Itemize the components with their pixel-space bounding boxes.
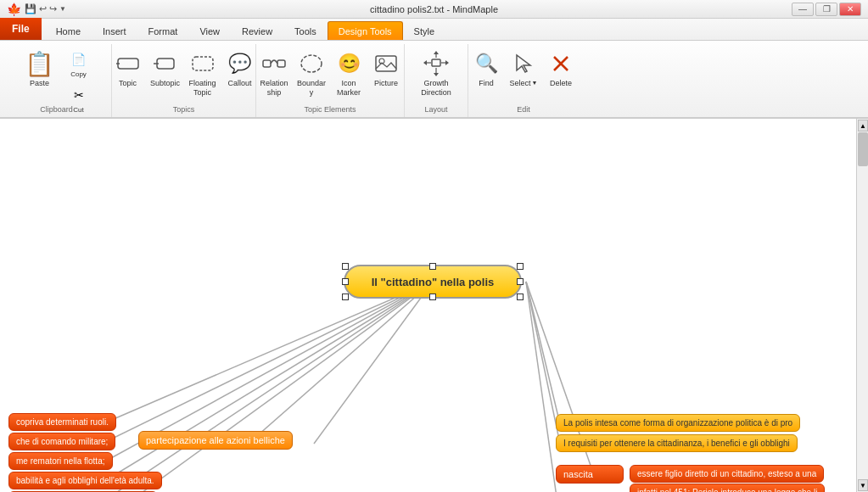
save-quick-icon[interactable]: 💾 bbox=[25, 3, 36, 14]
paste-button[interactable]: 📋 Paste bbox=[19, 48, 61, 98]
copy-button[interactable]: 📄 Copy bbox=[63, 48, 95, 81]
window-controls: — ❐ ✕ bbox=[792, 3, 861, 16]
edit-group-label: Edit bbox=[468, 105, 579, 114]
mid-left-node-1[interactable]: partecipazione alle azioni belliche bbox=[138, 431, 293, 450]
callout-button[interactable]: 💬 Callout bbox=[222, 48, 258, 98]
picture-button[interactable]: Picture bbox=[368, 48, 404, 98]
callout-label: Callout bbox=[227, 79, 251, 88]
mindmap-canvas[interactable]: Il "cittadino" nella polis copriva deter… bbox=[0, 119, 868, 492]
resize-handle-ml[interactable] bbox=[342, 278, 349, 285]
floating-topic-icon bbox=[189, 50, 216, 77]
right-node-4[interactable]: infatti nel 451: Pericle introduce una l… bbox=[630, 484, 825, 492]
ribbon-group-edit: 🔍 Find Select▼ Delete Edit bbox=[468, 44, 579, 117]
resize-handle-mr[interactable] bbox=[517, 278, 524, 285]
svg-point-7 bbox=[301, 55, 322, 72]
scrollbar-up-arrow[interactable]: ▲ bbox=[858, 120, 868, 131]
growth-direction-icon bbox=[423, 50, 450, 77]
central-node-text: Il "cittadino" nella polis bbox=[372, 276, 495, 288]
left-node-3[interactable]: me rematori nella flotta; bbox=[8, 452, 113, 470]
subtopic-button[interactable]: Subtopic bbox=[148, 48, 183, 98]
right-node-2[interactable]: I requisiti per ottenere la cittadinanza… bbox=[556, 434, 798, 452]
mid-left-node-1-text: partecipazione alle azioni belliche bbox=[146, 435, 285, 445]
tab-view[interactable]: View bbox=[188, 21, 231, 40]
ribbon-tabs: File Home Insert Format View Review Tool… bbox=[0, 19, 868, 41]
maximize-button[interactable]: ❐ bbox=[815, 3, 837, 16]
tab-home[interactable]: Home bbox=[45, 21, 92, 40]
minimize-button[interactable]: — bbox=[792, 3, 814, 16]
tab-style[interactable]: Style bbox=[403, 21, 445, 40]
resize-handle-tm[interactable] bbox=[429, 263, 436, 270]
paste-icon: 📋 bbox=[26, 50, 53, 77]
svg-marker-18 bbox=[445, 60, 449, 65]
svg-rect-0 bbox=[118, 59, 138, 69]
find-label: Find bbox=[479, 79, 494, 88]
resize-handle-br[interactable] bbox=[517, 294, 524, 300]
left-node-1-text: copriva determinati ruoli. bbox=[16, 417, 109, 427]
find-button[interactable]: 🔍 Find bbox=[468, 48, 504, 98]
svg-marker-14 bbox=[434, 73, 439, 76]
scrollbar-down-arrow[interactable]: ▼ bbox=[858, 479, 868, 491]
growth-direction-button[interactable]: Growth Direction bbox=[411, 48, 462, 100]
undo-quick-icon[interactable]: ↩ bbox=[39, 3, 47, 14]
tab-tools[interactable]: Tools bbox=[283, 21, 328, 40]
close-button[interactable]: ✕ bbox=[839, 3, 861, 16]
clipboard-group-label: Clipboard bbox=[2, 105, 111, 114]
tab-format[interactable]: Format bbox=[137, 21, 189, 40]
right-node-2-text: I requisiti per ottenere la cittadinanza… bbox=[563, 439, 790, 448]
right-node-nascita[interactable]: nascita bbox=[556, 465, 624, 484]
resize-handle-tr[interactable] bbox=[517, 263, 524, 270]
svg-marker-12 bbox=[434, 51, 439, 54]
right-node-3[interactable]: essere figlio diretto di un cittadino, e… bbox=[630, 465, 824, 483]
delete-icon bbox=[547, 50, 574, 77]
subtopic-icon bbox=[152, 50, 179, 77]
scrollbar-thumb[interactable] bbox=[858, 132, 868, 166]
canvas-area[interactable]: Il "cittadino" nella polis copriva deter… bbox=[0, 119, 868, 492]
resize-handle-bl[interactable] bbox=[342, 294, 349, 300]
left-node-4[interactable]: babilità e agli obblighi dell'età adulta… bbox=[8, 472, 162, 489]
picture-label: Picture bbox=[374, 79, 398, 88]
redo-quick-icon[interactable]: ↪ bbox=[49, 3, 57, 14]
icon-marker-button[interactable]: 😊 Icon Marker bbox=[331, 48, 367, 100]
floating-topic-button[interactable]: Floating Topic bbox=[185, 48, 221, 100]
svg-rect-8 bbox=[376, 56, 396, 71]
central-node[interactable]: Il "cittadino" nella polis bbox=[344, 265, 522, 299]
tab-design-tools[interactable]: Design Tools bbox=[328, 21, 403, 40]
tab-insert[interactable]: Insert bbox=[92, 21, 137, 40]
ribbon-group-layout: Growth Direction Layout bbox=[405, 44, 468, 117]
resize-handle-tl[interactable] bbox=[342, 263, 349, 270]
svg-rect-6 bbox=[277, 60, 285, 67]
delete-button[interactable]: Delete bbox=[543, 48, 579, 98]
boundary-button[interactable]: Boundary bbox=[294, 48, 329, 100]
left-node-2[interactable]: che di comando militare; bbox=[8, 433, 115, 450]
select-button[interactable]: Select▼ bbox=[506, 48, 541, 98]
boundary-icon bbox=[298, 50, 325, 77]
copy-icon: 📄 bbox=[70, 50, 88, 69]
svg-rect-5 bbox=[263, 60, 271, 67]
relationship-label: Relationship bbox=[259, 79, 289, 98]
resize-handle-bm[interactable] bbox=[429, 294, 436, 300]
left-node-1[interactable]: copriva determinati ruoli. bbox=[8, 413, 116, 431]
relationship-icon bbox=[260, 50, 288, 77]
subtopic-label: Subtopic bbox=[150, 79, 180, 88]
topic-button[interactable]: Topic bbox=[110, 48, 146, 98]
svg-rect-2 bbox=[157, 59, 174, 69]
tab-file[interactable]: File bbox=[0, 18, 42, 40]
tab-review[interactable]: Review bbox=[231, 21, 283, 40]
find-icon: 🔍 bbox=[473, 50, 500, 77]
ribbon-group-clipboard: 📋 Paste 📄 Copy ✂ Cut 🖌 FormatPainter Cli… bbox=[2, 44, 112, 117]
svg-line-21 bbox=[314, 282, 433, 444]
left-node-2-text: che di comando militare; bbox=[16, 437, 108, 446]
right-node-1[interactable]: La polis intesa come forma di organizzaz… bbox=[556, 414, 800, 432]
vertical-scrollbar[interactable]: ▲ ▼ bbox=[856, 119, 868, 492]
svg-line-27 bbox=[102, 282, 433, 492]
left-node-3-text: me rematori nella flotta; bbox=[16, 456, 105, 466]
relationship-button[interactable]: Relationship bbox=[256, 48, 292, 100]
callout-icon: 💬 bbox=[227, 50, 254, 77]
dropdown-quick-icon[interactable]: ▼ bbox=[59, 5, 66, 13]
svg-line-23 bbox=[102, 282, 433, 424]
icon-marker-icon: 😊 bbox=[335, 50, 362, 77]
cut-icon: ✂ bbox=[70, 86, 88, 104]
right-node-4-text: infatti nel 451: Pericle introduce una l… bbox=[637, 488, 817, 492]
topics-group-label: Topics bbox=[112, 105, 255, 114]
topic-icon bbox=[115, 50, 142, 77]
